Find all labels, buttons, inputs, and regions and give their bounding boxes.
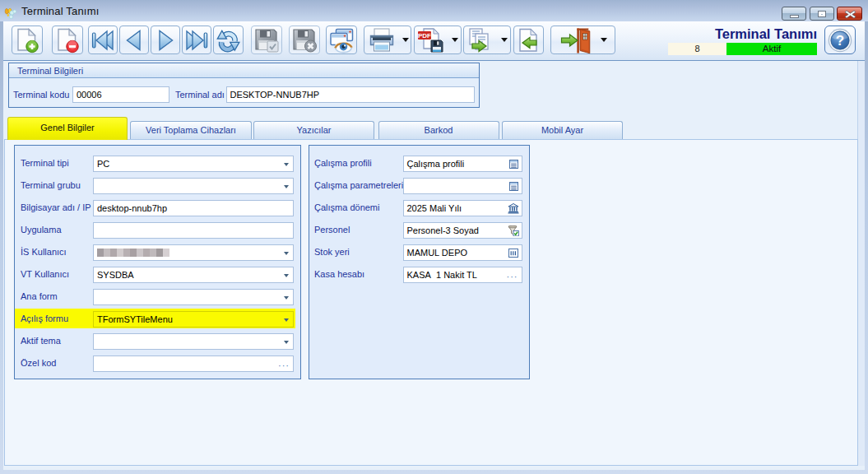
svg-text:?: ? xyxy=(836,33,844,49)
svg-text:PDF: PDF xyxy=(418,32,431,40)
